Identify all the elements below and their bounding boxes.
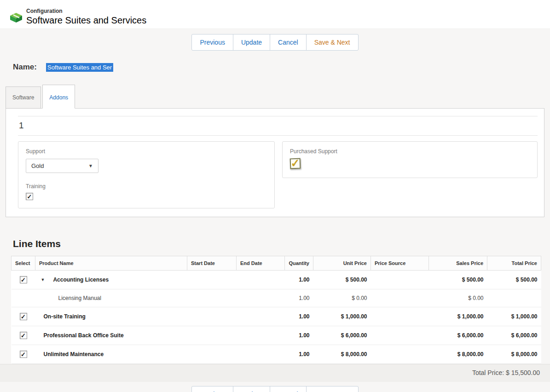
price-source-cell [371, 345, 429, 364]
training-checkbox[interactable]: ✓ [26, 193, 33, 200]
check-icon: ✓ [21, 352, 26, 357]
col-sales-price: Sales Price [429, 256, 487, 271]
product-name: On-site Training [39, 313, 86, 320]
configuration-icon [9, 12, 23, 25]
previous-button[interactable]: Previous [191, 34, 233, 51]
unit-price-cell: $ 500.00 [313, 271, 371, 289]
price-source-cell [371, 289, 429, 307]
check-icon: ✓ [27, 194, 32, 200]
top-toolbar: Previous Update Cancel Save & Next [0, 34, 550, 51]
page-title: Software Suites and Services [26, 15, 146, 26]
unit-price-cell: $ 8,000.00 [313, 345, 371, 364]
total-price-cell: $ 8,000.00 [487, 345, 541, 364]
configuration-page: Configuration Software Suites and Servic… [0, 0, 550, 392]
support-label: Support [26, 148, 267, 155]
total-price-row: Total Price: $ 15,500.00 [0, 364, 550, 382]
price-source-cell [371, 326, 429, 345]
total-price-cell: $ 1,000.00 [487, 307, 541, 326]
sales-price-cell: $ 8,000.00 [429, 345, 487, 364]
spacer [0, 217, 550, 238]
select-cell: ✓ [12, 345, 35, 364]
cancel-button[interactable]: Cancel [270, 386, 307, 392]
col-select: Select [12, 256, 35, 271]
total-price-value: $ 15,500.00 [506, 369, 540, 376]
sales-price-cell: $ 1,000.00 [429, 307, 487, 326]
quantity-cell: 1.00 [285, 271, 313, 289]
table-row: ✓ Unlimited Maintenance 1.00 $ 8,000.00 … [12, 345, 541, 364]
check-icon: ✓ [21, 333, 26, 339]
product-name: Licensing Manual [39, 295, 101, 301]
product-cell: On-site Training [35, 307, 187, 326]
product-name: Unlimited Maintenance [39, 351, 104, 357]
addons-panel: 1 Support Gold ▼ Training ✓ Purchased Su… [6, 108, 544, 217]
name-input[interactable]: Software Suites and Ser [46, 63, 115, 72]
select-cell: ✓ [12, 271, 35, 289]
table-row: ✓ On-site Training 1.00 $ 1,000.00 $ 1,0… [12, 307, 541, 326]
training-label: Training [26, 183, 267, 190]
line-items-table: Select Product Name Start Date End Date … [11, 256, 541, 364]
expand-arrow-icon[interactable]: ▼ [41, 277, 45, 282]
tab-addons[interactable]: Addons [42, 85, 75, 109]
update-button[interactable]: Update [233, 34, 270, 51]
divider [18, 116, 538, 116]
start-date-cell [187, 345, 237, 364]
chevron-down-icon: ▼ [88, 163, 93, 168]
row-select-checkbox[interactable]: ✓ [20, 276, 27, 283]
col-unit-price: Unit Price [313, 256, 371, 271]
previous-button[interactable]: Previous [191, 386, 233, 392]
quantity-cell: 1.00 [285, 326, 313, 345]
product-cell: Licensing Manual [35, 289, 187, 307]
line-items-title: Line Items [13, 238, 550, 249]
sales-price-cell: $ 500.00 [429, 271, 487, 289]
start-date-cell [187, 289, 237, 307]
purchased-support-label: Purchased Support [290, 148, 530, 155]
quantity-cell: 1.00 [285, 307, 313, 326]
save-next-button[interactable]: Save & Next [306, 386, 359, 392]
row-select-checkbox[interactable]: ✓ [20, 313, 27, 320]
start-date-cell [187, 326, 237, 345]
save-next-button[interactable]: Save & Next [306, 34, 359, 51]
total-price-cell [487, 289, 541, 307]
quantity-cell: 1.00 [285, 345, 313, 364]
row-select-checkbox[interactable]: ✓ [20, 332, 27, 339]
total-price-label: Total Price: [472, 369, 504, 376]
purchased-support-checked-icon[interactable]: ✓ [290, 158, 301, 169]
price-source-cell [371, 307, 429, 326]
support-training-box: Support Gold ▼ Training ✓ [18, 141, 275, 208]
start-date-cell [187, 271, 237, 289]
breadcrumb-category: Configuration [26, 8, 146, 14]
check-icon: ✓ [21, 314, 26, 320]
purchased-support-box: Purchased Support ✓ [282, 141, 538, 178]
unit-price-cell: $ 1,000.00 [313, 307, 371, 326]
sales-price-cell: $ 0.00 [429, 289, 487, 307]
col-quantity: Quantity [285, 256, 313, 271]
name-row: Name: Software Suites and Ser [13, 63, 550, 72]
gold-check-icon: ✓ [290, 158, 300, 167]
row-select-checkbox[interactable]: ✓ [20, 351, 27, 358]
select-cell: ✓ [12, 307, 35, 326]
support-select[interactable]: Gold ▼ [26, 159, 98, 173]
end-date-cell [237, 345, 285, 364]
end-date-cell [237, 289, 285, 307]
divider [18, 135, 538, 136]
unit-price-cell: $ 0.00 [313, 289, 371, 307]
col-end-date: End Date [237, 256, 285, 271]
unit-price-cell: $ 6,000.00 [313, 326, 371, 345]
field-boxes: Support Gold ▼ Training ✓ Purchased Supp… [18, 141, 538, 208]
product-name: Accounting Licenses [48, 277, 109, 283]
section-number: 1 [19, 121, 535, 131]
update-button[interactable]: Update [233, 386, 270, 392]
table-row: ✓ Professional Back Office Suite 1.00 $ … [12, 326, 541, 345]
product-cell: Professional Back Office Suite [35, 326, 187, 345]
total-price-cell: $ 6,000.00 [487, 326, 541, 345]
check-icon: ✓ [21, 277, 26, 283]
table-row: ✓ ▼Accounting Licenses 1.00 $ 500.00 $ 5… [12, 271, 541, 289]
col-product-name: Product Name [35, 256, 187, 271]
line-items-body: ✓ ▼Accounting Licenses 1.00 $ 500.00 $ 5… [12, 271, 541, 364]
tab-software[interactable]: Software [6, 86, 41, 109]
quantity-cell: 1.00 [285, 289, 313, 307]
support-select-value: Gold [31, 162, 44, 169]
bottom-toolbar: Previous Update Cancel Save & Next [0, 386, 550, 392]
cancel-button[interactable]: Cancel [270, 34, 307, 51]
name-label: Name: [13, 63, 37, 72]
